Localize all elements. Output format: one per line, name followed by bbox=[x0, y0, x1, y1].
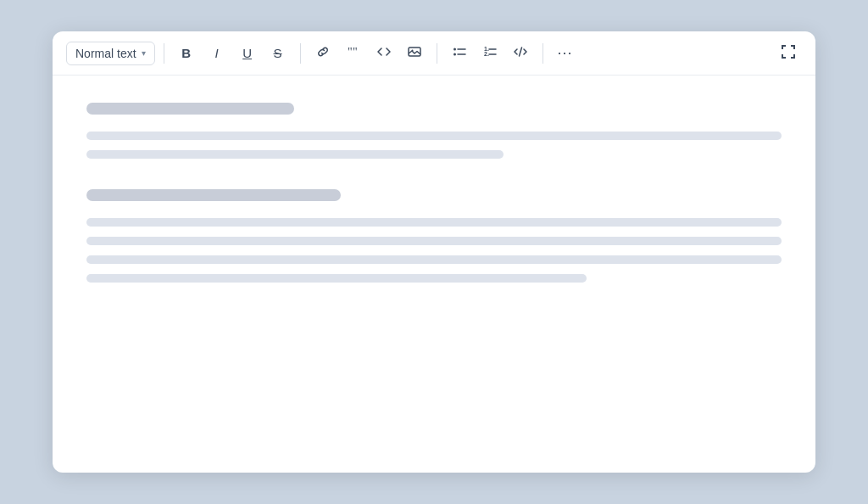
bullet-list-button[interactable] bbox=[446, 40, 473, 67]
svg-text:": " bbox=[353, 46, 358, 59]
bullet-list-icon bbox=[453, 45, 466, 61]
code-icon bbox=[377, 45, 391, 61]
underline-button[interactable]: U bbox=[234, 40, 261, 67]
blockquote-icon: " " bbox=[347, 45, 360, 61]
italic-button[interactable]: I bbox=[203, 40, 231, 67]
bold-button[interactable]: B bbox=[173, 40, 200, 67]
section-gap-1 bbox=[86, 169, 782, 182]
svg-point-6 bbox=[453, 53, 456, 56]
fullscreen-button[interactable] bbox=[775, 40, 802, 67]
inline-code-button[interactable] bbox=[370, 40, 398, 67]
divider-2 bbox=[300, 43, 301, 64]
skeleton-line-5 bbox=[86, 255, 782, 264]
svg-text:2.: 2. bbox=[484, 51, 489, 57]
editor-container: Normal text ▾ B I U S bbox=[53, 31, 815, 473]
more-icon: ··· bbox=[558, 44, 573, 62]
skeleton-line-4 bbox=[86, 237, 782, 245]
skeleton-line-2 bbox=[86, 150, 504, 159]
image-icon bbox=[408, 45, 421, 61]
more-options-button[interactable]: ··· bbox=[552, 40, 579, 67]
chevron-down-icon: ▾ bbox=[142, 48, 146, 58]
svg-text:": " bbox=[348, 46, 353, 59]
link-icon bbox=[316, 45, 330, 61]
skeleton-heading-2 bbox=[86, 189, 341, 201]
code-block-icon bbox=[514, 45, 527, 61]
blockquote-button[interactable]: " " bbox=[340, 40, 367, 67]
editor-content[interactable] bbox=[53, 76, 815, 473]
strikethrough-button[interactable]: S bbox=[264, 40, 292, 67]
divider-4 bbox=[542, 43, 543, 64]
skeleton-line-3 bbox=[86, 218, 782, 227]
skeleton-line-6 bbox=[86, 274, 587, 283]
code-block-button[interactable] bbox=[507, 40, 534, 67]
link-button[interactable] bbox=[309, 40, 337, 67]
skeleton-heading-1 bbox=[86, 103, 294, 115]
fullscreen-icon bbox=[781, 44, 796, 62]
text-style-dropdown[interactable]: Normal text ▾ bbox=[66, 42, 155, 65]
divider-3 bbox=[437, 43, 437, 64]
text-style-label: Normal text bbox=[75, 47, 136, 60]
divider-1 bbox=[164, 43, 164, 64]
svg-point-4 bbox=[453, 48, 456, 51]
toolbar: Normal text ▾ B I U S bbox=[53, 31, 815, 76]
skeleton-line-1 bbox=[86, 132, 782, 140]
ordered-list-icon: 1. 2. bbox=[483, 45, 497, 61]
ordered-list-button[interactable]: 1. 2. bbox=[476, 40, 504, 67]
image-button[interactable] bbox=[401, 40, 428, 67]
svg-line-12 bbox=[519, 48, 521, 56]
